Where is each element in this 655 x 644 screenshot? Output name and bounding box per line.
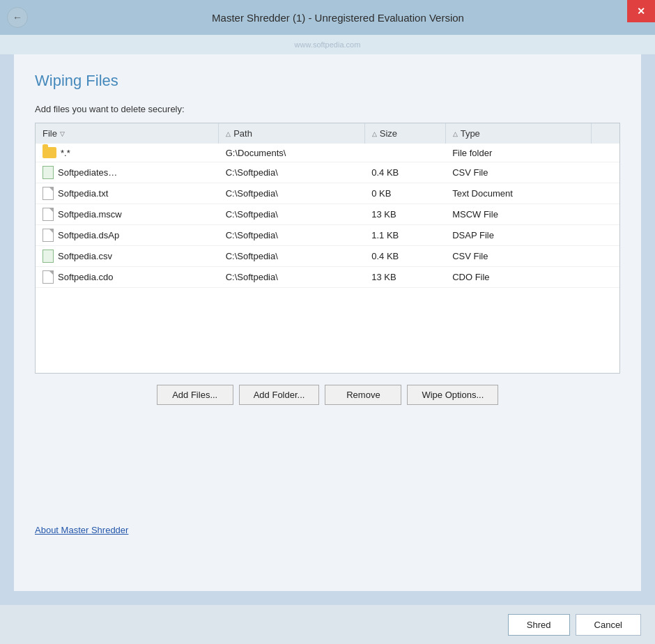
file-icon	[43, 208, 54, 221]
col-header-type[interactable]: △ Type	[445, 123, 592, 144]
file-icon	[43, 229, 54, 242]
file-name-text: Softpedia.mscw	[58, 209, 122, 220]
cell-path: C:\Softpedia\	[219, 162, 365, 183]
col-header-path[interactable]: △ Path	[219, 123, 365, 144]
cell-size: 0 KB	[364, 183, 445, 204]
cell-type: CSV File	[445, 246, 592, 267]
sort-icon-size: △	[372, 130, 377, 137]
cell-name: *.*	[36, 144, 219, 162]
shred-button[interactable]: Shred	[508, 614, 570, 636]
table-row[interactable]: Softpediates… C:\Softpedia\ 0.4 KB CSV F…	[36, 162, 619, 183]
sort-icon-type: △	[453, 130, 458, 137]
cell-extra	[592, 204, 619, 225]
cell-path: G:\Documents\	[219, 144, 365, 162]
page-title: Wiping Files	[35, 72, 620, 90]
watermark-bar: www.softpedia.com	[0, 35, 655, 54]
sort-icon-path: △	[226, 130, 231, 137]
table-header-row: File ▽ △ Path △ Size	[36, 123, 619, 144]
cell-path: C:\Softpedia\	[219, 246, 365, 267]
col-header-file[interactable]: File ▽	[36, 123, 219, 144]
cell-type: Text Document	[445, 183, 592, 204]
file-icon	[43, 270, 54, 284]
table-row[interactable]: Softpedia.mscw C:\Softpedia\ 13 KB MSCW …	[36, 204, 619, 225]
cell-name: Softpedia.dsAp	[36, 225, 219, 246]
remove-button[interactable]: Remove	[325, 385, 401, 405]
file-name-text: Softpedia.cdo	[58, 272, 114, 282]
file-table-container: File ▽ △ Path △ Size	[35, 123, 620, 374]
cell-name: Softpedia.mscw	[36, 204, 219, 225]
cell-type: CDO File	[445, 267, 592, 288]
cell-name: Softpedia.csv	[36, 246, 219, 267]
cell-type: File folder	[445, 144, 592, 162]
title-bar: ← Master Shredder (1) - Unregistered Eva…	[0, 0, 655, 35]
wipe-options-button[interactable]: Wipe Options...	[407, 385, 498, 405]
cell-extra	[592, 183, 619, 204]
cell-path: C:\Softpedia\	[219, 204, 365, 225]
cell-type: CSV File	[445, 162, 592, 183]
cell-size: 1.1 KB	[364, 225, 445, 246]
close-button[interactable]: ✕	[627, 0, 655, 22]
table-row[interactable]: *.* G:\Documents\ File folder	[36, 144, 619, 162]
cell-extra	[592, 162, 619, 183]
cell-path: C:\Softpedia\	[219, 183, 365, 204]
about-link[interactable]: About Master Shredder	[35, 525, 128, 535]
col-header-size[interactable]: △ Size	[364, 123, 445, 144]
add-folder-button[interactable]: Add Folder...	[239, 385, 320, 405]
cell-type: DSAP File	[445, 225, 592, 246]
cell-path: C:\Softpedia\	[219, 267, 365, 288]
bottom-bar: Shred Cancel	[0, 605, 655, 644]
add-files-button[interactable]: Add Files...	[157, 385, 233, 405]
title-bar-text: Master Shredder (1) - Unregistered Evalu…	[28, 12, 648, 24]
file-name-text: Softpedia.dsAp	[58, 230, 119, 240]
watermark-text: www.softpedia.com	[295, 40, 361, 49]
cell-size: 0.4 KB	[364, 162, 445, 183]
file-name-text: Softpediates…	[58, 167, 117, 178]
sort-icon-file: ▽	[60, 130, 65, 137]
main-content: Wiping Files Add files you want to delet…	[14, 54, 641, 591]
cell-size: 13 KB	[364, 267, 445, 288]
cell-extra	[592, 246, 619, 267]
cell-name: Softpedia.txt	[36, 183, 219, 204]
cell-extra	[592, 267, 619, 288]
action-buttons-row: Add Files... Add Folder... Remove Wipe O…	[35, 385, 620, 405]
table-row[interactable]: Softpedia.dsAp C:\Softpedia\ 1.1 KB DSAP…	[36, 225, 619, 246]
table-row[interactable]: Softpedia.txt C:\Softpedia\ 0 KB Text Do…	[36, 183, 619, 204]
cell-path: C:\Softpedia\	[219, 225, 365, 246]
cell-extra	[592, 225, 619, 246]
file-name-text: Softpedia.txt	[58, 188, 108, 199]
table-row[interactable]: Softpedia.cdo C:\Softpedia\ 13 KB CDO Fi…	[36, 267, 619, 288]
cell-extra	[592, 144, 619, 162]
file-name-text: Softpedia.csv	[58, 251, 112, 261]
file-name-text: *.*	[61, 148, 70, 158]
folder-icon	[43, 147, 56, 158]
cell-name: Softpediates…	[36, 162, 219, 183]
csv-icon	[43, 166, 54, 179]
cell-type: MSCW File	[445, 204, 592, 225]
table-row[interactable]: Softpedia.csv C:\Softpedia\ 0.4 KB CSV F…	[36, 246, 619, 267]
cancel-button[interactable]: Cancel	[576, 614, 641, 636]
cell-name: Softpedia.cdo	[36, 267, 219, 288]
col-header-extra	[592, 123, 619, 144]
cell-size: 0.4 KB	[364, 246, 445, 267]
csv-icon	[43, 250, 54, 263]
back-button[interactable]: ←	[7, 7, 28, 28]
cell-size	[364, 144, 445, 162]
file-table: File ▽ △ Path △ Size	[36, 123, 619, 288]
file-icon	[43, 187, 54, 200]
instructions-text: Add files you want to delete securely:	[35, 104, 620, 114]
cell-size: 13 KB	[364, 204, 445, 225]
